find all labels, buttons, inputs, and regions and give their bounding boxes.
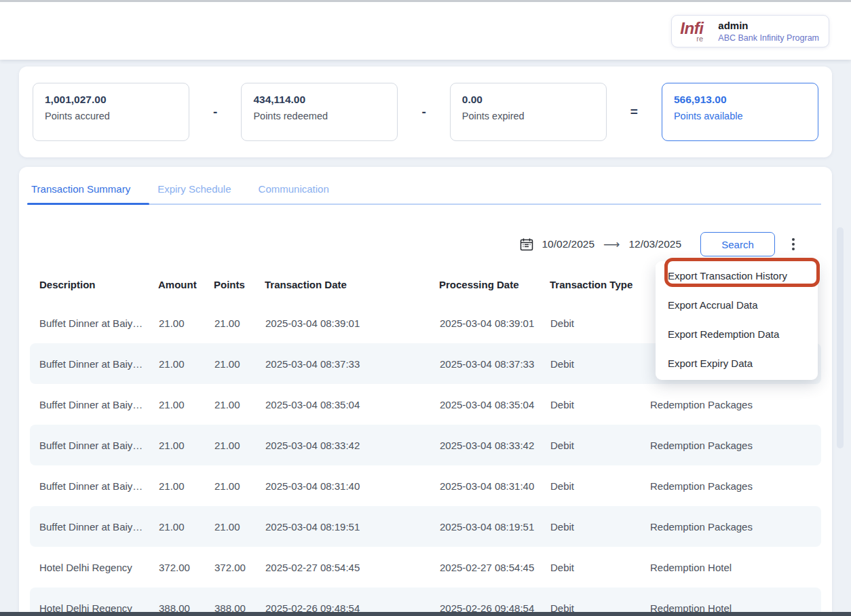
menu-item-export-transaction-history[interactable]: Export Transaction History — [656, 261, 818, 290]
table-cell: 2025-03-04 08:37:33 — [265, 343, 439, 384]
search-button[interactable]: Search — [700, 232, 775, 256]
table-cell: 2025-03-04 08:31:40 — [439, 465, 550, 506]
table-cell: 2025-03-04 08:19:51 — [265, 506, 439, 547]
table-row[interactable]: Buffet Dinner at Baiy…21.0021.002025-03-… — [30, 506, 821, 547]
column-header-amount: Amount — [158, 275, 214, 303]
points-summary-card: 1,001,027.00Points accured-434,114.00Poi… — [19, 66, 832, 157]
table-cell: Hotel Delhi Regency — [30, 547, 158, 588]
table-cell: Redemption Packages — [649, 465, 821, 506]
table-cell: Buffet Dinner at Baiy… — [30, 425, 158, 465]
table-cell: Buffet Dinner at Baiy… — [30, 303, 158, 343]
operator-sign: - — [417, 104, 430, 119]
column-header-processing-date: Processing Date — [439, 275, 550, 303]
scrollbar-thumb[interactable] — [837, 227, 844, 448]
table-cell: 2025-03-04 08:33:42 — [265, 425, 439, 465]
table-cell: 2025-03-04 08:35:04 — [265, 384, 439, 425]
user-name: admin — [718, 19, 819, 33]
table-cell: 21.00 — [158, 384, 214, 425]
table-cell: Buffet Dinner at Baiy… — [30, 384, 158, 425]
table-row[interactable]: Hotel Delhi Regency372.00372.002025-02-2… — [30, 547, 821, 588]
table-cell: Redemption Hotel — [649, 547, 821, 588]
table-cell: Debit — [550, 384, 649, 425]
table-cell: Debit — [550, 506, 649, 547]
program-name: ABC Bank Infinity Program — [718, 33, 819, 43]
table-cell: 2025-03-04 08:33:42 — [439, 425, 550, 465]
table-cell: Redemption Packages — [649, 384, 821, 425]
transactions-panel: Transaction SummaryExpiry ScheduleCommun… — [19, 167, 832, 616]
table-cell: 2025-02-27 08:54:45 — [265, 547, 439, 588]
table-cell: Buffet Dinner at Baiy… — [30, 465, 158, 506]
table-cell: 2025-03-04 08:39:01 — [265, 303, 439, 343]
calendar-icon[interactable] — [520, 237, 533, 251]
table-cell: 21.00 — [214, 303, 265, 343]
table-cell: Debit — [550, 425, 649, 465]
table-cell: 21.00 — [158, 506, 214, 547]
table-cell: 21.00 — [158, 303, 214, 343]
points-label: Points accured — [45, 111, 177, 121]
user-account-badge[interactable]: Infi re admin ABC Bank Infinity Program — [671, 15, 829, 47]
table-cell: 2025-03-04 08:31:40 — [265, 465, 439, 506]
points-value: 1,001,027.00 — [45, 94, 177, 106]
menu-item-export-accrual-data[interactable]: Export Accrual Data — [656, 290, 818, 320]
table-cell: 21.00 — [158, 343, 214, 384]
table-cell: 21.00 — [214, 506, 265, 547]
table-cell: 21.00 — [158, 465, 214, 506]
table-cell: 372.00 — [214, 547, 265, 588]
tab-communication[interactable]: Communication — [259, 183, 329, 204]
infire-logo: Infi re — [679, 18, 710, 45]
table-cell: 2025-03-04 08:35:04 — [439, 384, 550, 425]
kebab-menu-icon[interactable] — [787, 235, 799, 253]
table-cell: Redemption Packages — [649, 425, 821, 465]
date-range-search: 10/02/2025 ⟶ 12/03/2025 Search — [520, 232, 799, 256]
table-cell: 2025-02-27 08:54:45 — [439, 547, 550, 588]
date-from-field[interactable]: 10/02/2025 — [542, 238, 594, 250]
table-cell: 21.00 — [214, 343, 265, 384]
column-header-description: Description — [30, 275, 158, 303]
tab-bar: Transaction SummaryExpiry ScheduleCommun… — [30, 167, 821, 205]
table-row[interactable]: Buffet Dinner at Baiy…21.0021.002025-03-… — [30, 384, 821, 425]
table-cell: Buffet Dinner at Baiy… — [30, 506, 158, 547]
table-cell: Buffet Dinner at Baiy… — [30, 343, 158, 384]
points-label: Points redeemed — [253, 111, 385, 121]
date-range-arrow-icon: ⟶ — [594, 237, 628, 252]
operator-sign: - — [209, 104, 221, 119]
table-cell: 2025-03-04 08:39:01 — [439, 303, 550, 343]
window-bottom-edge — [0, 612, 851, 616]
table-cell: Debit — [550, 547, 649, 588]
app-header: Infi re admin ABC Bank Infinity Program — [0, 2, 851, 60]
table-cell: 372.00 — [158, 547, 214, 588]
points-label: Points expired — [462, 111, 594, 121]
table-cell: 2025-03-04 08:19:51 — [439, 506, 550, 547]
menu-item-export-expiry-data[interactable]: Export Expiry Data — [656, 349, 818, 378]
date-to-field[interactable]: 12/03/2025 — [628, 238, 681, 250]
points-card-points-expired: 0.00Points expired — [450, 83, 607, 141]
table-cell: 21.00 — [158, 425, 214, 465]
logo-subtext: re — [696, 35, 703, 43]
table-cell: Debit — [550, 303, 649, 343]
table-row[interactable]: Buffet Dinner at Baiy…21.0021.002025-03-… — [30, 465, 821, 506]
table-cell: Debit — [550, 343, 649, 384]
points-value: 0.00 — [462, 94, 594, 106]
column-header-transaction-date: Transaction Date — [265, 275, 439, 303]
points-label: Points available — [674, 111, 806, 121]
table-row[interactable]: Buffet Dinner at Baiy…21.0021.002025-03-… — [30, 425, 821, 465]
table-cell: 21.00 — [214, 384, 265, 425]
tab-transaction-summary[interactable]: Transaction Summary — [31, 183, 130, 204]
points-card-points-accured: 1,001,027.00Points accured — [33, 83, 189, 141]
points-card-points-redeemed: 434,114.00Points redeemed — [241, 83, 398, 141]
table-cell: 21.00 — [214, 425, 265, 465]
export-dropdown-menu: Export Transaction HistoryExport Accrual… — [656, 261, 818, 380]
points-value: 566,913.00 — [674, 94, 806, 106]
table-cell: Redemption Packages — [649, 506, 821, 547]
account-info: admin ABC Bank Infinity Program — [718, 19, 819, 43]
operator-sign: = — [626, 104, 642, 119]
table-cell: 2025-03-04 08:37:33 — [439, 343, 550, 384]
column-header-transaction-type: Transaction Type — [550, 275, 649, 303]
table-cell: 21.00 — [214, 465, 265, 506]
window-top-edge — [0, 0, 851, 2]
table-cell: Debit — [550, 465, 649, 506]
menu-item-export-redemption-data[interactable]: Export Redemption Data — [656, 320, 818, 349]
tab-expiry-schedule[interactable]: Expiry Schedule — [157, 183, 231, 204]
column-header-points: Points — [214, 275, 265, 303]
points-card-points-available: 566,913.00Points available — [662, 83, 818, 141]
